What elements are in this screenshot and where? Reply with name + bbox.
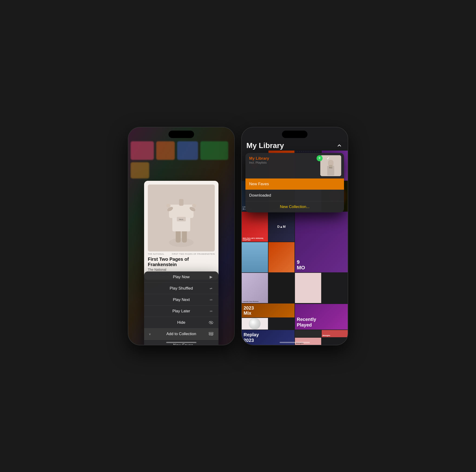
play-shuffled-label: Play Shuffled bbox=[154, 286, 208, 291]
grid-cell-oasis[interactable] bbox=[242, 242, 268, 272]
svg-text:PAUL: PAUL bbox=[329, 167, 333, 169]
collection-dropdown: My Library Incl. Playlists PAUL + bbox=[245, 153, 344, 212]
grid-cell-orange-hand[interactable] bbox=[269, 242, 295, 272]
collection-icon bbox=[208, 332, 214, 336]
phone-1: PAUL THE NATIONAL FIRST TWO PAGES OF FRA… bbox=[128, 127, 235, 345]
dropdown-item-downloaded[interactable]: Downloaded bbox=[245, 190, 344, 201]
phone-2: My Library ❤️ LIVINGI bbox=[241, 127, 348, 345]
grid-cell-dm[interactable]: D▲M bbox=[269, 212, 295, 242]
collection-expand-icon: ∨ bbox=[149, 332, 154, 336]
svg-rect-16 bbox=[209, 334, 213, 335]
library-title: My Library bbox=[246, 141, 284, 150]
menu-item-play-next[interactable]: Play Next ≔ bbox=[144, 294, 219, 306]
phones-container: PAUL THE NATIONAL FIRST TWO PAGES OF FRA… bbox=[128, 127, 348, 345]
new-faves-label: New Faves bbox=[158, 343, 208, 345]
dropdown-item-new-faves[interactable]: New Faves bbox=[245, 179, 344, 190]
svg-point-8 bbox=[166, 204, 170, 207]
new-collection-label: New Collection... bbox=[280, 204, 310, 209]
dynamic-island-1 bbox=[169, 131, 194, 138]
context-menu: Play Now ▶ Play Shuffled ⇌ Play Next ≔ P… bbox=[144, 271, 219, 345]
menu-item-play-now[interactable]: Play Now ▶ bbox=[144, 271, 219, 283]
play-next-icon: ≔ bbox=[208, 298, 214, 302]
grid-cell-9mo[interactable]: 9MO bbox=[295, 212, 348, 272]
phone2-content: My Library ❤️ LIVINGI bbox=[242, 127, 348, 345]
home-indicator-1 bbox=[166, 342, 196, 343]
svg-point-9 bbox=[192, 204, 196, 207]
play-now-icon: ▶ bbox=[208, 275, 214, 279]
home-indicator-2 bbox=[280, 342, 310, 343]
dropdown-plus-button[interactable]: + bbox=[317, 155, 323, 161]
dynamic-island-2 bbox=[282, 131, 307, 138]
play-now-label: Play Now bbox=[154, 275, 208, 279]
grid-cell-lavender[interactable]: Lavender Haze Remixes bbox=[242, 273, 268, 303]
svg-point-1 bbox=[169, 238, 194, 247]
grid-cell-red-tv[interactable]: RED (TAYLOR'S VERSION)CHAPTER bbox=[242, 212, 268, 242]
grid-cell-recently-played[interactable]: RecentlyPlayed bbox=[295, 304, 348, 330]
hide-icon bbox=[208, 321, 214, 324]
menu-item-play-later[interactable]: Play Later ≔ bbox=[144, 306, 219, 317]
album-label-row: THE NATIONAL FIRST TWO PAGES OF FRANKENS… bbox=[148, 252, 215, 256]
hide-label: Hide bbox=[154, 320, 208, 325]
album-label-right: FIRST TWO PAGES OF FRANKENSTEIN bbox=[172, 253, 215, 255]
new-faves-option-label: New Faves bbox=[249, 182, 269, 186]
album-title: First Two Pages of Frankenstein bbox=[148, 256, 215, 267]
svg-rect-5 bbox=[169, 204, 194, 218]
grid-cell-pink[interactable] bbox=[295, 273, 321, 303]
grid-cell-songs-surrender[interactable] bbox=[269, 273, 295, 303]
dropdown-album-preview: PAUL bbox=[320, 155, 341, 176]
chevron-up-icon[interactable] bbox=[336, 142, 343, 149]
menu-item-play-shuffled[interactable]: Play Shuffled ⇌ bbox=[144, 283, 219, 294]
svg-text:PAUL: PAUL bbox=[179, 218, 184, 220]
album-art-svg: PAUL bbox=[148, 185, 215, 252]
dropdown-check-icon: ✓ bbox=[326, 156, 330, 161]
menu-item-add-to-collection[interactable]: ∨ Add to Collection bbox=[144, 328, 219, 340]
play-later-icon: ≔ bbox=[208, 309, 214, 313]
dropdown-new-collection[interactable]: New Collection... bbox=[245, 201, 344, 212]
svg-rect-15 bbox=[209, 332, 213, 333]
dropdown-header-section: My Library Incl. Playlists PAUL + bbox=[245, 153, 344, 179]
downloaded-option-label: Downloaded bbox=[249, 193, 271, 198]
album-label-left: THE NATIONAL bbox=[148, 253, 164, 255]
grid-cell-2023mix[interactable]: 2023Mix bbox=[242, 303, 294, 318]
grid-cell-midnights2[interactable]: Midnights bbox=[295, 338, 321, 345]
play-next-label: Play Next bbox=[154, 298, 208, 302]
grid-cell-dark-portrait[interactable] bbox=[295, 330, 321, 337]
grid-cell-cd[interactable] bbox=[242, 318, 268, 330]
add-to-collection-label: Add to Collection bbox=[154, 332, 208, 336]
shuffle-icon: ⇌ bbox=[208, 287, 214, 290]
album-card: PAUL THE NATIONAL FIRST TWO PAGES OF FRA… bbox=[144, 181, 219, 280]
grid-cell-midnights1[interactable]: Midnights bbox=[322, 330, 348, 337]
play-later-label: Play Later bbox=[154, 309, 208, 314]
album-artist: The National bbox=[148, 268, 215, 271]
album-art: PAUL bbox=[148, 185, 215, 252]
svg-rect-12 bbox=[179, 199, 183, 206]
menu-item-hide[interactable]: Hide bbox=[144, 317, 219, 328]
